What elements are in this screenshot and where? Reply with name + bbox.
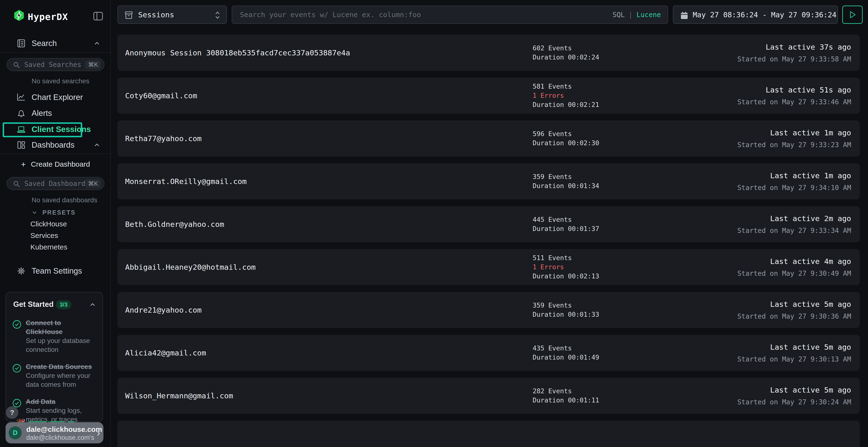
- search-icon: [13, 61, 21, 69]
- chevron-up-icon[interactable]: [89, 302, 96, 308]
- divider: [0, 52, 111, 53]
- session-started: Started on May 27 9:33:58 AM: [737, 55, 851, 63]
- session-started: Started on May 27 9:33:23 AM: [737, 141, 851, 149]
- session-name: Monserrat.OReilly@gmail.com: [125, 163, 247, 199]
- saved-dashboards-input[interactable]: Saved Dashboards ⌘K: [6, 177, 104, 190]
- sidebar-item-client-sessions[interactable]: Client Sessions: [0, 122, 111, 137]
- session-duration: Duration 00:02:13: [533, 272, 599, 281]
- session-last-active: Last active 5m ago: [770, 386, 851, 394]
- session-stats: 596 Events Duration 00:02:30: [533, 121, 599, 157]
- session-errors: 1 Errors: [533, 91, 599, 100]
- sidebar-item-chart-explorer[interactable]: Chart Explorer: [0, 89, 111, 105]
- session-duration: Duration 00:01:34: [533, 181, 599, 191]
- session-card[interactable]: Monserrat.OReilly@gmail.com 359 Events D…: [117, 163, 860, 199]
- session-started: Started on May 27 9:30:13 AM: [737, 355, 851, 363]
- session-events: 435 Events: [533, 344, 599, 353]
- session-card[interactable]: Coty60@gmail.com 581 Events 1 Errors Dur…: [117, 77, 860, 114]
- saved-searches-placeholder: Saved Searches: [24, 61, 81, 69]
- preset-kubernetes[interactable]: Kubernetes: [30, 243, 67, 251]
- session-name: Abbigail.Heaney20@hotmail.com: [125, 249, 255, 285]
- chevron-up-icon[interactable]: [94, 40, 100, 47]
- session-list: Anonymous Session 308018eb535facd7cec337…: [117, 35, 860, 447]
- session-last-active: Last active 37s ago: [766, 43, 851, 51]
- mode-separator: |: [628, 11, 633, 19]
- event-search-input[interactable]: Search your events w/ Lucene ex. column:…: [232, 5, 668, 24]
- session-activity: Last active 5m ago Started on May 27 9:3…: [737, 335, 851, 371]
- session-duration: Duration 00:02:21: [533, 100, 599, 109]
- no-saved-dashboards-note: No saved dashboards: [32, 196, 97, 204]
- sidebar-item-label: Team Settings: [32, 266, 82, 276]
- create-dashboard-button[interactable]: + Create Dashboard: [0, 156, 111, 172]
- source-select[interactable]: Sessions: [117, 5, 227, 24]
- session-card[interactable]: Wilson_Hermann@gmail.com 282 Events Dura…: [117, 378, 860, 414]
- preset-services[interactable]: Services: [30, 232, 58, 240]
- help-button[interactable]: ?: [6, 406, 18, 419]
- sidebar-item-dashboards[interactable]: Dashboards: [0, 137, 111, 153]
- session-events: 596 Events: [533, 129, 599, 138]
- session-started: Started on May 27 9:34:10 AM: [737, 184, 851, 192]
- chart-explorer-icon: [17, 93, 26, 102]
- session-name: Anonymous Session 308018eb535facd7cec337…: [125, 35, 350, 71]
- session-last-active: Last active 1m ago: [770, 171, 851, 180]
- chevron-up-icon[interactable]: [94, 142, 100, 148]
- session-events: 359 Events: [533, 172, 599, 181]
- get-started-title: Get Started: [13, 300, 54, 309]
- chevron-down-icon: [32, 209, 37, 215]
- time-range-picker[interactable]: May 27 08:36:24 - May 27 09:36:24: [673, 5, 838, 24]
- step-desc: Configure where your data comes from: [26, 372, 90, 388]
- sql-mode-button[interactable]: SQL: [613, 11, 625, 19]
- saved-searches-input[interactable]: Saved Searches ⌘K: [6, 58, 104, 71]
- run-query-button[interactable]: [842, 5, 863, 24]
- session-activity: Last active 51s ago Started on May 27 9:…: [737, 77, 851, 114]
- sidebar-item-team-settings[interactable]: Team Settings: [0, 263, 111, 279]
- get-started-step[interactable]: Create Data Sources Configure where your…: [12, 362, 96, 389]
- avatar: D: [9, 426, 22, 439]
- user-team: dale@clickhouse.com's: [26, 434, 94, 442]
- get-started-card: Get Started 3/3 Connect to ClickHouse Se…: [5, 292, 103, 422]
- time-range-value: May 27 08:36:24 - May 27 09:36:24: [693, 10, 836, 19]
- session-card[interactable]: Andre21@yahoo.com 359 Events Duration 00…: [117, 292, 860, 328]
- session-name: Beth.Goldner@yahoo.com: [125, 206, 224, 242]
- session-card[interactable]: Alicia42@gmail.com 435 Events Duration 0…: [117, 335, 860, 371]
- session-last-active: Last active 4m ago: [770, 257, 851, 266]
- sidebar-item-alerts[interactable]: Alerts: [0, 105, 111, 121]
- session-last-active: Last active 51s ago: [766, 85, 851, 94]
- user-email: dale@clickhouse.com: [26, 425, 102, 434]
- session-stats: 511 Events 1 Errors Duration 00:02:13: [533, 249, 599, 285]
- select-updown-icon: [214, 9, 221, 21]
- session-card[interactable]: Beth.Goldner@yahoo.com 445 Events Durati…: [117, 206, 860, 242]
- session-card[interactable]: Retha77@yahoo.com 596 Events Duration 00…: [117, 121, 860, 157]
- calendar-icon: [680, 11, 688, 20]
- progress-badge: 3/3: [56, 300, 71, 309]
- session-card[interactable]: Anonymous Session 308018eb535facd7cec337…: [117, 35, 860, 71]
- lucene-mode-button[interactable]: Lucene: [637, 11, 661, 19]
- collapse-sidebar-icon[interactable]: [93, 11, 103, 21]
- session-card[interactable]: Abbigail.Heaney20@hotmail.com 511 Events…: [117, 249, 860, 285]
- step-title: Connect to ClickHouse: [26, 319, 63, 336]
- session-name: Retha77@yahoo.com: [125, 121, 202, 157]
- preset-clickhouse[interactable]: ClickHouse: [30, 220, 67, 228]
- session-card-partial[interactable]: [117, 420, 860, 447]
- session-name: Alicia42@gmail.com: [125, 335, 206, 371]
- session-events: 359 Events: [533, 301, 599, 310]
- presets-toggle[interactable]: PRESETS: [0, 204, 111, 220]
- session-activity: Last active 1m ago Started on May 27 9:3…: [737, 121, 851, 157]
- sidebar-item-label: Search: [32, 39, 57, 48]
- sidebar-item-search[interactable]: Search: [0, 35, 111, 51]
- session-events: 445 Events: [533, 215, 599, 224]
- user-account-chip[interactable]: D dale@clickhouse.com dale@clickhouse.co…: [5, 422, 103, 443]
- create-dashboard-label: Create Dashboard: [31, 160, 90, 168]
- session-name: Coty60@gmail.com: [125, 77, 197, 114]
- bell-icon: [17, 109, 26, 118]
- session-last-active: Last active 5m ago: [770, 343, 851, 351]
- get-started-step[interactable]: Connect to ClickHouse Set up your databa…: [12, 318, 96, 354]
- laptop-icon: [17, 125, 26, 134]
- no-saved-searches-note: No saved searches: [32, 77, 89, 85]
- dashboards-grid-icon: [17, 140, 26, 149]
- hyperdx-logo-icon: [14, 10, 24, 21]
- session-duration: Duration 00:01:11: [533, 396, 599, 405]
- session-activity: Last active 5m ago Started on May 27 9:3…: [737, 292, 851, 328]
- session-stats: 359 Events Duration 00:01:33: [533, 292, 599, 328]
- session-stats: 602 Events Duration 00:02:24: [533, 35, 599, 71]
- session-started: Started on May 27 9:30:24 AM: [737, 398, 851, 406]
